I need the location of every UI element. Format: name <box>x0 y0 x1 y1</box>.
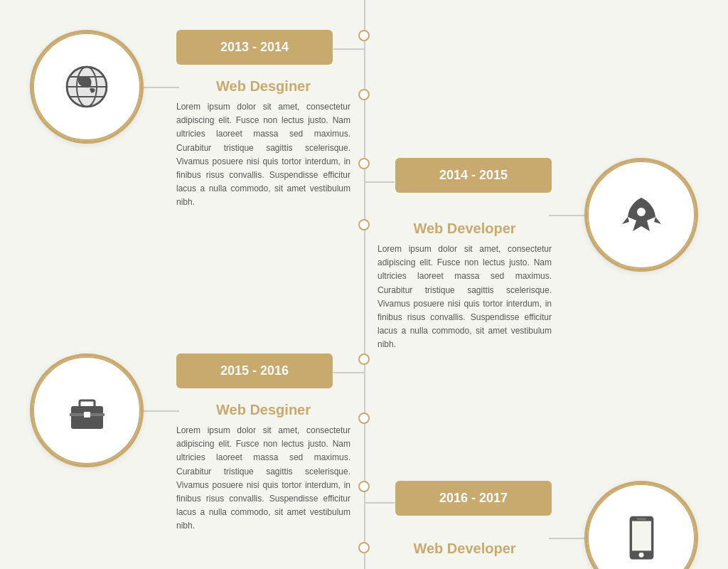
entry-3-title: Web Desginer <box>176 402 350 418</box>
timeline-container: 2013 - 2014 Web Desginer Lorem ipsum dol… <box>0 0 728 569</box>
entry-1-body: Lorem ipsum dolor sit amet, consectetur … <box>176 100 350 210</box>
svg-point-1 <box>77 67 97 107</box>
svg-point-7 <box>637 208 646 216</box>
entry-1-title: Web Desginer <box>176 78 350 95</box>
node-dot-8 <box>358 542 370 553</box>
node-dot-2 <box>358 89 370 100</box>
h-connector-2a <box>549 215 584 216</box>
entry-2-body: Lorem ipsum dolor sit amet, consectetur … <box>378 243 552 352</box>
node-dot-1 <box>358 30 370 41</box>
svg-point-0 <box>67 67 107 107</box>
svg-rect-10 <box>70 413 105 416</box>
entry-4-title: Web Developer <box>378 541 552 557</box>
svg-point-5 <box>67 67 107 107</box>
svg-point-14 <box>638 552 643 557</box>
svg-rect-12 <box>629 516 653 559</box>
icon-circle-4 <box>584 481 698 569</box>
node-dot-6 <box>358 413 370 424</box>
h-connector-1b <box>333 48 364 50</box>
h-connector-4b <box>364 502 395 504</box>
entry-3-content: Web Desginer Lorem ipsum dolor sit amet,… <box>176 402 350 533</box>
h-connector-4a <box>549 538 584 539</box>
globe-icon <box>64 64 110 110</box>
icon-circle-3 <box>30 353 144 467</box>
svg-point-6 <box>67 67 107 107</box>
h-connector-2b <box>364 181 395 183</box>
year-label-1: 2013 - 2014 <box>176 30 333 65</box>
svg-rect-8 <box>71 406 103 429</box>
svg-rect-15 <box>637 518 646 520</box>
rocket-icon <box>619 192 665 238</box>
year-label-3: 2015 - 2016 <box>176 353 333 388</box>
node-dot-4 <box>358 219 370 230</box>
svg-rect-13 <box>632 521 651 551</box>
svg-rect-9 <box>80 400 95 409</box>
node-dot-3 <box>358 158 370 169</box>
h-connector-3b <box>333 372 364 373</box>
entry-1-content: Web Desginer Lorem ipsum dolor sit amet,… <box>176 78 350 210</box>
svg-rect-11 <box>84 412 90 418</box>
icon-circle-1 <box>30 30 144 144</box>
mobile-icon <box>622 515 661 561</box>
node-dot-7 <box>358 481 370 492</box>
node-dot-5 <box>358 353 370 365</box>
year-box-4: 2016 - 2017 <box>395 481 552 516</box>
h-connector-3a <box>144 410 179 412</box>
icon-circle-2 <box>584 158 698 272</box>
h-connector-1a <box>144 87 179 88</box>
entry-2-content: Web Developer Lorem ipsum dolor sit amet… <box>378 220 552 352</box>
entry-4-content: Web Developer <box>378 541 552 563</box>
year-box-1: 2013 - 2014 <box>176 30 333 65</box>
year-box-3: 2015 - 2016 <box>176 353 333 388</box>
briefcase-icon <box>64 388 110 434</box>
year-label-4: 2016 - 2017 <box>395 481 552 516</box>
year-box-2: 2014 - 2015 <box>395 158 552 193</box>
entry-3-body: Lorem ipsum dolor sit amet, consectetur … <box>176 424 350 533</box>
entry-2-title: Web Developer <box>378 220 552 237</box>
year-label-2: 2014 - 2015 <box>395 158 552 193</box>
